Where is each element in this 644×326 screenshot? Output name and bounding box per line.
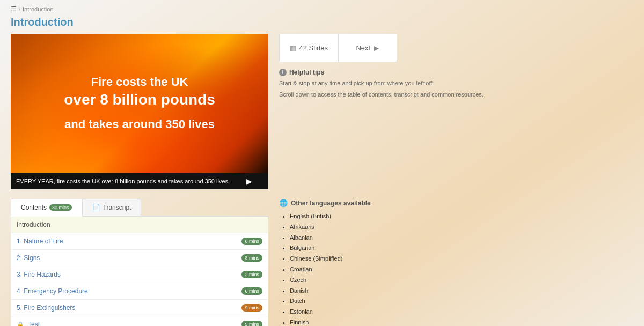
slides-icon: ▦ [290,44,296,52]
toc-badge: 9 mins [241,304,262,312]
toc-badge: 2 mins [241,271,262,278]
helpful-tip-1: Start & stop at any time and pick up fro… [279,79,633,88]
helpful-tips-heading: Helpful tips [289,69,324,76]
toc-item[interactable]: 🔒 Test5 mins [11,316,268,326]
toc-item-label: 4. Emergency Procedure [17,287,88,295]
globe-icon: 🌐 [279,199,288,207]
toc-item[interactable]: 3. Fire Hazards2 mins [11,266,268,283]
tab-transcript-label: Transcript [103,204,131,211]
language-item: English (British) [290,211,633,222]
contents-badge: 30 mins [49,204,72,211]
languages-list: English (British)AfrikaansAlbanianBulgar… [279,211,633,326]
page-title: Introduction [0,15,644,34]
languages-section: 🌐 Other languages available English (Bri… [279,199,633,326]
caption-arrow[interactable]: ▶ [246,177,252,186]
language-item: Bulgarian [290,243,633,254]
next-icon: ▶ [374,44,379,52]
caption-text: EVERY YEAR, fire costs the UK over 8 bil… [16,178,246,184]
toc-item[interactable]: Introduction [11,217,268,233]
language-item: Czech [290,275,633,286]
language-item: Dutch [290,296,633,307]
slides-nav: ▦ 42 Slides Next ▶ [279,34,397,62]
language-item: Croatian [290,264,633,275]
language-item: Chinese (Simplified) [290,254,633,264]
fire-text: Fire costs the UK over 8 billion pounds … [48,69,231,138]
language-item: Danish [290,286,633,297]
tab-contents-label: Contents [21,204,47,211]
languages-heading: Other languages available [291,199,371,207]
fire-text-line3: and takes around 350 lives [64,117,215,132]
tab-contents[interactable]: Contents 30 mins [11,199,82,217]
slides-label: 42 Slides [299,44,328,52]
right-panel: ▦ 42 Slides Next ▶ i Helpful tips Start … [279,34,633,101]
slide-container[interactable]: Fire costs the UK over 8 billion pounds … [11,34,268,189]
breadcrumb-current: Introduction [23,6,53,12]
toc-section: Contents 30 mins 📄 Transcript Introducti… [11,199,268,326]
toc-item-label: 5. Fire Extinguishers [17,304,75,312]
toc-item[interactable]: 5. Fire Extinguishers9 mins [11,300,268,316]
languages-title: 🌐 Other languages available [279,199,633,207]
toc-item-label: Introduction [17,221,50,228]
slides-button[interactable]: ▦ 42 Slides [280,34,339,62]
toc-item-label: 1. Nature of Fire [17,238,63,245]
helpful-tips: i Helpful tips Start & stop at any time … [279,69,633,101]
toc-item-label: 2. Signs [17,254,40,262]
fire-text-line2: over 8 billion pounds [64,90,215,109]
toc-item[interactable]: 2. Signs8 mins [11,250,268,266]
toc-badge: 6 mins [241,238,262,245]
toc-list: Introduction1. Nature of Fire6 mins2. Si… [11,217,268,326]
menu-icon: ☰ [11,5,17,13]
helpful-tips-title: i Helpful tips [279,69,633,76]
tab-transcript[interactable]: 📄 Transcript [82,199,142,216]
fire-image: Fire costs the UK over 8 billion pounds … [11,34,268,173]
language-item: Albanian [290,233,633,243]
tabs: Contents 30 mins 📄 Transcript [11,199,268,217]
video-caption: EVERY YEAR, fire costs the UK over 8 bil… [11,173,268,189]
transcript-icon: 📄 [92,204,100,211]
main-area: Fire costs the UK over 8 billion pounds … [0,34,644,189]
breadcrumb-separator: / [19,6,20,12]
info-icon: i [279,69,287,76]
toc-item-label: 3. Fire Hazards [17,271,61,278]
next-button[interactable]: Next ▶ [339,34,397,62]
breadcrumb: ☰ / Introduction [0,0,644,15]
language-item: Afrikaans [290,222,633,233]
toc-badge: 5 mins [241,321,262,326]
language-item: Finnish [290,317,633,326]
helpful-tip-2: Scroll down to access the table of conte… [279,90,633,99]
language-item: Estonian [290,307,633,317]
toc-item-label: 🔒 Test [17,321,40,326]
toc-item[interactable]: 4. Emergency Procedure6 mins [11,283,268,300]
lower-area: Contents 30 mins 📄 Transcript Introducti… [0,189,644,326]
toc-item[interactable]: 1. Nature of Fire6 mins [11,233,268,250]
fire-text-line1: Fire costs the UK [64,75,215,90]
toc-badge: 6 mins [241,287,262,295]
lock-icon: 🔒 [17,321,26,326]
toc-badge: 8 mins [241,254,262,262]
next-label: Next [356,44,370,52]
